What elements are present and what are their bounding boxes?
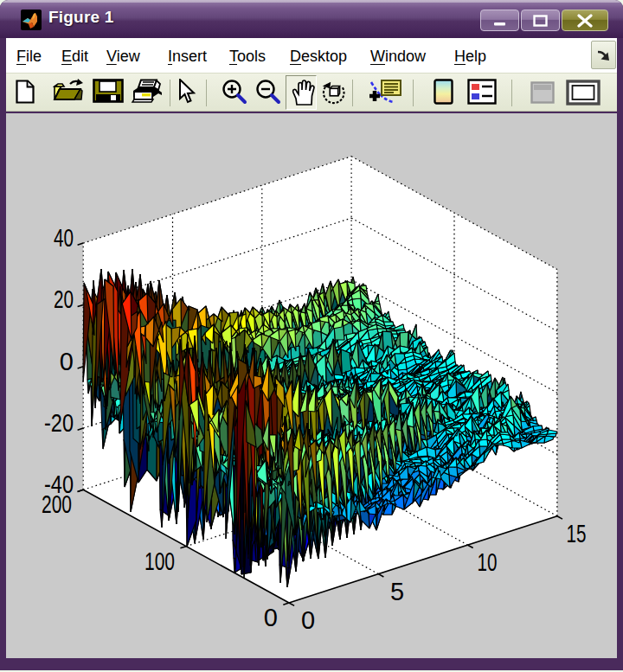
svg-text:0: 0	[301, 606, 315, 634]
svg-text:100: 100	[145, 547, 175, 575]
svg-text:0: 0	[264, 604, 278, 631]
svg-text:200: 200	[42, 490, 72, 518]
svg-text:15: 15	[567, 520, 587, 547]
svg-text:20: 20	[54, 285, 74, 313]
svg-text:10: 10	[478, 548, 498, 576]
svg-text:0: 0	[60, 348, 74, 375]
svg-text:40: 40	[54, 224, 74, 252]
svg-text:-20: -20	[44, 409, 74, 437]
svg-text:5: 5	[390, 578, 404, 605]
